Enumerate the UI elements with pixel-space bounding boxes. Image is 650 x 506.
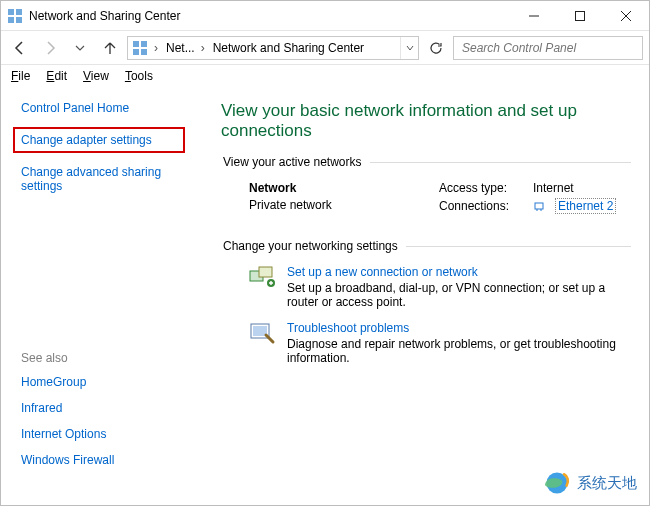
search-box[interactable] — [453, 36, 643, 60]
network-type: Private network — [249, 198, 419, 212]
breadcrumb-segment[interactable]: Net... — [160, 37, 199, 59]
access-type-value: Internet — [533, 181, 574, 195]
back-button[interactable] — [7, 35, 33, 61]
address-bar[interactable]: › Net... › Network and Sharing Center — [127, 36, 419, 60]
window-title: Network and Sharing Center — [29, 9, 511, 23]
action-title[interactable]: Set up a new connection or network — [287, 265, 631, 279]
svg-rect-12 — [535, 203, 543, 209]
sidebar-control-panel-home[interactable]: Control Panel Home — [21, 101, 129, 115]
chevron-right-icon[interactable]: › — [152, 41, 160, 55]
forward-button[interactable] — [37, 35, 63, 61]
troubleshoot-icon — [249, 321, 277, 365]
sidebar-change-advanced-sharing[interactable]: Change advanced sharing settings — [21, 165, 161, 193]
minimize-button[interactable] — [511, 1, 557, 30]
svg-rect-11 — [141, 49, 147, 55]
svg-rect-16 — [259, 267, 272, 277]
svg-rect-8 — [133, 41, 139, 47]
seealso-infrared[interactable]: Infrared — [21, 401, 62, 415]
navigation-bar: › Net... › Network and Sharing Center — [1, 31, 649, 65]
menu-file[interactable]: File — [11, 69, 30, 83]
action-troubleshoot: Troubleshoot problems Diagnose and repai… — [221, 319, 631, 375]
seealso-windows-firewall[interactable]: Windows Firewall — [21, 453, 114, 467]
watermark: 系统天地 — [539, 467, 641, 499]
action-setup-connection: Set up a new connection or network Set u… — [221, 263, 631, 319]
main-panel: View your basic network information and … — [211, 87, 649, 505]
menu-bar: File Edit View Tools — [1, 65, 649, 87]
svg-rect-10 — [133, 49, 139, 55]
menu-edit[interactable]: Edit — [46, 69, 67, 83]
up-button[interactable] — [97, 35, 123, 61]
sidebar-change-adapter-settings[interactable]: Change adapter settings — [21, 133, 152, 147]
recent-locations-button[interactable] — [67, 35, 93, 61]
action-title[interactable]: Troubleshoot problems — [287, 321, 631, 335]
group-legend: Change your networking settings — [221, 239, 406, 253]
window-controls — [511, 1, 649, 30]
group-legend: View your active networks — [221, 155, 370, 169]
setup-connection-icon — [249, 265, 277, 309]
svg-rect-5 — [576, 11, 585, 20]
active-networks-group: View your active networks Network Privat… — [221, 155, 631, 225]
refresh-button[interactable] — [423, 36, 449, 60]
svg-rect-0 — [8, 9, 14, 15]
see-also-section: See also HomeGroup Infrared Internet Opt… — [21, 351, 199, 493]
content-area: Control Panel Home Change adapter settin… — [1, 87, 649, 505]
seealso-homegroup[interactable]: HomeGroup — [21, 375, 86, 389]
seealso-internet-options[interactable]: Internet Options — [21, 427, 106, 441]
action-description: Set up a broadband, dial-up, or VPN conn… — [287, 281, 631, 309]
connections-label: Connections: — [439, 199, 523, 213]
sidebar: Control Panel Home Change adapter settin… — [1, 87, 211, 505]
network-summary: Network Private network — [249, 181, 419, 217]
ethernet-icon — [533, 200, 545, 212]
page-heading: View your basic network information and … — [221, 101, 631, 141]
search-input[interactable] — [460, 40, 636, 56]
highlight-box: Change adapter settings — [13, 127, 185, 153]
svg-rect-2 — [8, 17, 14, 23]
close-button[interactable] — [603, 1, 649, 30]
networking-settings-group: Change your networking settings Set up a… — [221, 239, 631, 381]
address-dropdown-button[interactable] — [400, 37, 418, 59]
globe-icon — [543, 469, 571, 497]
app-icon — [7, 8, 23, 24]
title-bar: Network and Sharing Center — [1, 1, 649, 31]
location-icon — [132, 40, 148, 56]
watermark-text: 系统天地 — [577, 474, 637, 493]
network-name: Network — [249, 181, 419, 195]
connection-link[interactable]: Ethernet 2 — [555, 198, 616, 214]
access-type-label: Access type: — [439, 181, 523, 195]
svg-rect-1 — [16, 9, 22, 15]
menu-tools[interactable]: Tools — [125, 69, 153, 83]
svg-rect-3 — [16, 17, 22, 23]
menu-view[interactable]: View — [83, 69, 109, 83]
action-description: Diagnose and repair network problems, or… — [287, 337, 631, 365]
chevron-right-icon[interactable]: › — [199, 41, 207, 55]
svg-rect-9 — [141, 41, 147, 47]
see-also-heading: See also — [21, 351, 199, 365]
breadcrumb-segment[interactable]: Network and Sharing Center — [207, 37, 368, 59]
maximize-button[interactable] — [557, 1, 603, 30]
